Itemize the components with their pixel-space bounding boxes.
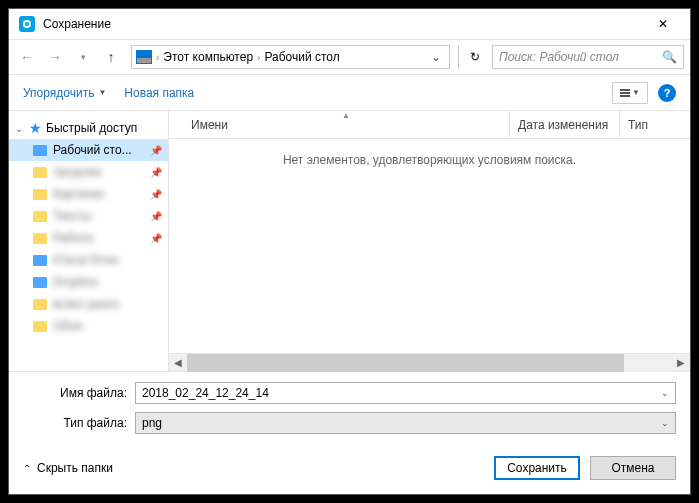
sidebar-item[interactable]: Загрузки📌 [9,161,168,183]
computer-icon [136,50,152,64]
toolbar: Упорядочить ▼ Новая папка ▼ ? [9,75,690,111]
scroll-right-icon[interactable]: ▶ [672,354,690,372]
organize-button[interactable]: Упорядочить ▼ [23,86,106,100]
empty-message: Нет элементов, удовлетворяющих условиям … [169,139,690,353]
column-headers: Имени ▲ Дата изменения Тип [169,111,690,139]
folder-icon [33,167,47,178]
breadcrumb-current[interactable]: Рабочий стол [264,50,339,64]
folder-icon [33,255,47,266]
filetype-label: Тип файла: [23,416,135,430]
sidebar-item[interactable]: Тексты📌 [9,205,168,227]
chevron-down-icon[interactable]: ⌄ [661,418,669,428]
pin-icon: 📌 [150,167,162,178]
sidebar-item[interactable]: всяко разно [9,293,168,315]
recent-dropdown[interactable]: ▾ [71,45,95,69]
footer: ⌃ Скрыть папки Сохранить Отмена [9,448,690,494]
pin-icon: 📌 [150,211,162,222]
sidebar-item-desktop[interactable]: Рабочий сто... 📌 [9,139,168,161]
chevron-right-icon: › [257,52,260,63]
search-icon[interactable]: 🔍 [662,50,677,64]
body: ⌄ ★ Быстрый доступ Рабочий сто... 📌 Загр… [9,111,690,371]
filename-label: Имя файла: [23,386,135,400]
folder-icon [33,299,47,310]
new-folder-button[interactable]: Новая папка [124,86,194,100]
horizontal-scrollbar[interactable]: ◀ ▶ [169,353,690,371]
folder-icon [33,277,47,288]
titlebar: Сохранение ✕ [9,9,690,39]
refresh-button[interactable]: ↻ [458,45,482,69]
window-title: Сохранение [43,17,640,31]
pin-icon: 📌 [150,233,162,244]
breadcrumb-root[interactable]: Этот компьютер [163,50,253,64]
filename-input[interactable]: 2018_02_24_12_24_14 ⌄ [135,382,676,404]
folder-icon [33,189,47,200]
close-button[interactable]: ✕ [640,9,685,39]
sidebar-item[interactable]: Работа📌 [9,227,168,249]
sidebar: ⌄ ★ Быстрый доступ Рабочий сто... 📌 Загр… [9,111,169,371]
column-date[interactable]: Дата изменения [510,111,620,138]
chevron-down-icon[interactable]: ⌄ [661,388,669,398]
save-button[interactable]: Сохранить [494,456,580,480]
chevron-down-icon: ▼ [98,88,106,97]
up-button[interactable]: ↑ [99,45,123,69]
file-list-area: Имени ▲ Дата изменения Тип Нет элементов… [169,111,690,371]
chevron-right-icon: › [156,52,159,63]
filetype-select[interactable]: png ⌄ [135,412,676,434]
app-icon [19,16,35,32]
help-button[interactable]: ? [658,84,676,102]
sidebar-item[interactable]: iCloud Drive [9,249,168,271]
scroll-track[interactable] [187,354,672,372]
form-area: Имя файла: 2018_02_24_12_24_14 ⌄ Тип фай… [9,371,690,448]
forward-button: → [43,45,67,69]
collapse-icon[interactable]: ⌄ [15,123,25,134]
pin-icon: 📌 [150,189,162,200]
back-button[interactable]: ← [15,45,39,69]
scroll-thumb[interactable] [187,354,624,372]
search-box[interactable]: 🔍 [492,45,684,69]
sidebar-item[interactable]: Картинки📌 [9,183,168,205]
folder-icon [33,211,47,222]
cancel-button[interactable]: Отмена [590,456,676,480]
folder-icon [33,233,47,244]
breadcrumb[interactable]: › Этот компьютер › Рабочий стол ⌄ [131,45,450,69]
list-icon [620,89,630,97]
chevron-down-icon: ▼ [632,88,640,97]
column-name[interactable]: Имени ▲ [183,111,510,138]
column-type[interactable]: Тип [620,111,690,138]
folder-icon [33,321,47,332]
chevron-up-icon: ⌃ [23,463,31,474]
close-icon: ✕ [658,17,668,31]
sidebar-item[interactable]: Dropbox [9,271,168,293]
view-mode-button[interactable]: ▼ [612,82,648,104]
star-icon: ★ [29,120,42,136]
save-dialog: Сохранение ✕ ← → ▾ ↑ › Этот компьютер › … [8,8,691,495]
folder-icon [33,145,47,156]
hide-folders-link[interactable]: ⌃ Скрыть папки [23,461,113,475]
scroll-left-icon[interactable]: ◀ [169,354,187,372]
sidebar-item[interactable]: Обои [9,315,168,337]
sort-asc-icon: ▲ [342,111,350,120]
pin-icon: 📌 [150,145,162,156]
breadcrumb-dropdown[interactable]: ⌄ [427,50,445,64]
sidebar-quick-access[interactable]: ⌄ ★ Быстрый доступ [9,117,168,139]
search-input[interactable] [499,50,662,64]
nav-bar: ← → ▾ ↑ › Этот компьютер › Рабочий стол … [9,39,690,75]
